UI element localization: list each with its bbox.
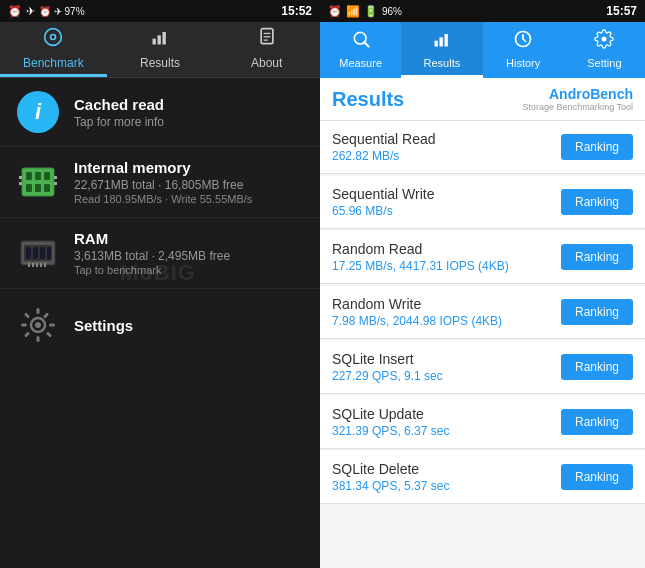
result-name-0: Sequential Read <box>332 131 561 147</box>
result-item: SQLite Update 321.39 QPS, 6.37 sec Ranki… <box>320 396 645 449</box>
internal-memory-text: Internal memory 22,671MB total · 16,805M… <box>74 159 304 205</box>
ranking-button-2[interactable]: Ranking <box>561 244 633 270</box>
result-name-6: SQLite Delete <box>332 461 561 477</box>
setting-icon <box>594 29 614 54</box>
svg-rect-38 <box>46 331 52 337</box>
svg-point-1 <box>52 35 55 38</box>
ranking-button-3[interactable]: Ranking <box>561 299 633 325</box>
brand-part1: Andro <box>549 86 590 102</box>
result-name-4: SQLite Insert <box>332 351 561 367</box>
tab-results-right[interactable]: Results <box>401 22 482 78</box>
about-tab-label: About <box>251 56 282 70</box>
settings-label: Settings <box>74 317 133 334</box>
result-value-2: 17.25 MB/s, 4417.31 IOPS (4KB) <box>332 259 561 273</box>
result-value-0: 262.82 MB/s <box>332 149 561 163</box>
ram-item[interactable]: RAM 3,613MB total · 2,495MB free Tap to … <box>0 218 320 289</box>
ram-title: RAM <box>74 230 304 247</box>
result-item: Sequential Read 262.82 MB/s Ranking <box>320 121 645 174</box>
svg-rect-34 <box>37 336 40 342</box>
svg-rect-2 <box>153 38 156 44</box>
svg-rect-33 <box>37 308 40 314</box>
svg-rect-36 <box>49 324 55 327</box>
result-value-4: 227.29 QPS, 9.1 sec <box>332 369 561 383</box>
result-info-3: Random Write 7.98 MB/s, 2044.98 IOPS (4K… <box>332 296 561 328</box>
tab-history[interactable]: History <box>483 22 564 78</box>
left-time: 15:52 <box>281 4 312 18</box>
svg-rect-29 <box>40 263 42 267</box>
ranking-button-5[interactable]: Ranking <box>561 409 633 435</box>
ram-icon <box>16 231 60 275</box>
brand-name: AndroBench <box>549 86 633 102</box>
svg-rect-26 <box>28 263 30 267</box>
results-header-title: Results <box>332 88 404 111</box>
left-status-left: ⏰ ✈ ⏰ ✈ 97% <box>8 5 85 18</box>
memory-svg <box>18 162 58 202</box>
ranking-button-6[interactable]: Ranking <box>561 464 633 490</box>
results-list: Sequential Read 262.82 MB/s Ranking Sequ… <box>320 121 645 568</box>
right-battery-pct: 96% <box>382 6 402 17</box>
androbench-logo: AndroBench Storage Benchmarking Tool <box>523 86 633 112</box>
results-right-label: Results <box>424 57 461 69</box>
result-value-6: 381.34 QPS, 5.37 sec <box>332 479 561 493</box>
left-panel: ⏰ ✈ ⏰ ✈ 97% 15:52 Benchmark <box>0 0 320 568</box>
svg-rect-22 <box>26 247 31 259</box>
svg-rect-24 <box>40 247 45 259</box>
svg-rect-3 <box>158 35 161 44</box>
about-icon <box>257 27 277 52</box>
right-tab-bar: Measure Results History <box>320 22 645 78</box>
result-value-3: 7.98 MB/s, 2044.98 IOPS (4KB) <box>332 314 561 328</box>
ram-text: RAM 3,613MB total · 2,495MB free Tap to … <box>74 230 304 276</box>
result-name-2: Random Read <box>332 241 561 257</box>
cached-read-text: Cached read Tap for more info <box>74 96 304 129</box>
result-info-4: SQLite Insert 227.29 QPS, 9.1 sec <box>332 351 561 383</box>
left-menu-content: i Cached read Tap for more info <box>0 78 320 568</box>
right-header: Results AndroBench Storage Benchmarking … <box>320 78 645 121</box>
result-item: SQLite Insert 227.29 QPS, 9.1 sec Rankin… <box>320 341 645 394</box>
svg-rect-19 <box>54 182 57 185</box>
svg-rect-23 <box>33 247 38 259</box>
tab-benchmark[interactable]: Benchmark <box>0 22 107 77</box>
right-panel: ⏰ 📶 🔋 96% 15:57 Measure <box>320 0 645 568</box>
tab-about[interactable]: About <box>213 22 320 77</box>
svg-rect-11 <box>35 172 41 180</box>
history-icon <box>513 29 533 54</box>
airplane-icon: ✈ <box>26 5 35 18</box>
svg-rect-6 <box>263 32 270 33</box>
gear-svg <box>18 305 58 345</box>
benchmark-icon <box>43 27 63 52</box>
result-info-6: SQLite Delete 381.34 QPS, 5.37 sec <box>332 461 561 493</box>
ranking-button-1[interactable]: Ranking <box>561 189 633 215</box>
result-info-5: SQLite Update 321.39 QPS, 6.37 sec <box>332 406 561 438</box>
ram-subtitle: 3,613MB total · 2,495MB free <box>74 249 304 263</box>
svg-rect-30 <box>44 263 46 267</box>
right-wifi-icon: 📶 <box>346 5 360 18</box>
ranking-button-0[interactable]: Ranking <box>561 134 633 160</box>
internal-memory-detail: Read 180.95MB/s · Write 55.55MB/s <box>74 193 304 205</box>
cached-read-icon: i <box>16 90 60 134</box>
svg-rect-44 <box>439 37 442 46</box>
result-info-0: Sequential Read 262.82 MB/s <box>332 131 561 163</box>
internal-memory-item[interactable]: Internal memory 22,671MB total · 16,805M… <box>0 147 320 218</box>
internal-memory-title: Internal memory <box>74 159 304 176</box>
svg-rect-17 <box>19 182 22 185</box>
svg-rect-5 <box>261 28 273 43</box>
result-name-1: Sequential Write <box>332 186 561 202</box>
left-status-bar: ⏰ ✈ ⏰ ✈ 97% 15:52 <box>0 0 320 22</box>
ranking-button-4[interactable]: Ranking <box>561 354 633 380</box>
svg-rect-8 <box>263 39 267 40</box>
result-item: SQLite Delete 381.34 QPS, 5.37 sec Ranki… <box>320 451 645 504</box>
measure-icon <box>351 29 371 54</box>
result-name-5: SQLite Update <box>332 406 561 422</box>
svg-rect-18 <box>54 176 57 179</box>
tab-results[interactable]: Results <box>107 22 214 77</box>
ram-detail: Tap to benchmark <box>74 264 304 276</box>
cached-read-item[interactable]: i Cached read Tap for more info <box>0 78 320 147</box>
settings-item[interactable]: Settings <box>0 289 320 361</box>
svg-line-42 <box>364 42 368 46</box>
svg-rect-12 <box>44 172 50 180</box>
result-name-3: Random Write <box>332 296 561 312</box>
tab-setting[interactable]: Setting <box>564 22 645 78</box>
svg-rect-7 <box>263 36 270 37</box>
tab-measure[interactable]: Measure <box>320 22 401 78</box>
left-tab-bar: Benchmark Results About <box>0 22 320 78</box>
